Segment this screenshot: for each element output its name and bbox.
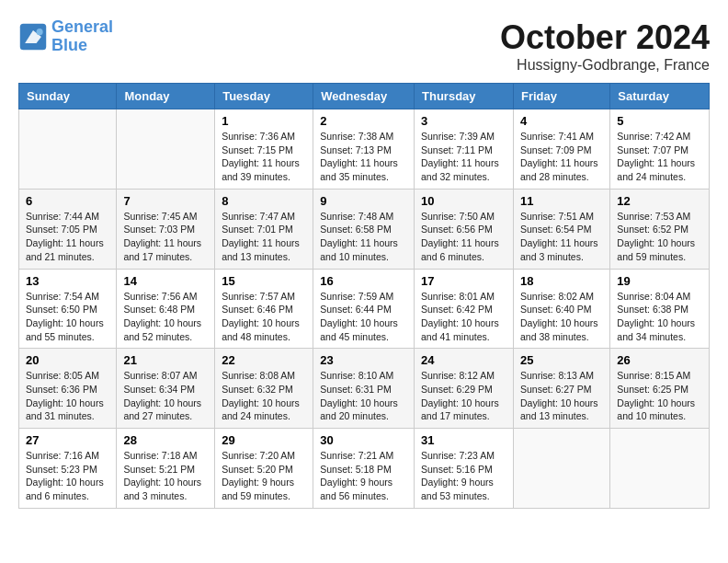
calendar-cell: 22Sunrise: 8:08 AM Sunset: 6:32 PM Dayli…: [215, 349, 313, 429]
calendar-cell: 18Sunrise: 8:02 AM Sunset: 6:40 PM Dayli…: [513, 269, 609, 349]
day-info: Sunrise: 7:59 AM Sunset: 6:44 PM Dayligh…: [320, 290, 407, 344]
day-info: Sunrise: 7:16 AM Sunset: 5:23 PM Dayligh…: [26, 449, 109, 503]
day-info: Sunrise: 8:15 AM Sunset: 6:25 PM Dayligh…: [617, 369, 702, 423]
day-info: Sunrise: 7:36 AM Sunset: 7:15 PM Dayligh…: [222, 130, 306, 184]
calendar-table: SundayMondayTuesdayWednesdayThursdayFrid…: [18, 83, 710, 509]
calendar-cell: 8Sunrise: 7:47 AM Sunset: 7:01 PM Daylig…: [215, 189, 313, 269]
day-info: Sunrise: 7:48 AM Sunset: 6:58 PM Dayligh…: [320, 210, 407, 264]
day-info: Sunrise: 7:50 AM Sunset: 6:56 PM Dayligh…: [421, 210, 506, 264]
calendar-week-5: 27Sunrise: 7:16 AM Sunset: 5:23 PM Dayli…: [19, 429, 710, 509]
day-info: Sunrise: 7:41 AM Sunset: 7:09 PM Dayligh…: [520, 130, 603, 184]
calendar-cell: 13Sunrise: 7:54 AM Sunset: 6:50 PM Dayli…: [19, 269, 117, 349]
calendar-cell: 10Sunrise: 7:50 AM Sunset: 6:56 PM Dayli…: [415, 189, 514, 269]
day-info: Sunrise: 7:47 AM Sunset: 7:01 PM Dayligh…: [222, 210, 306, 264]
calendar-cell: 29Sunrise: 7:20 AM Sunset: 5:20 PM Dayli…: [215, 429, 313, 509]
day-number: 12: [617, 194, 702, 208]
day-info: Sunrise: 8:10 AM Sunset: 6:31 PM Dayligh…: [320, 369, 407, 423]
day-number: 3: [421, 114, 506, 128]
logo-text: General Blue: [51, 18, 113, 55]
day-info: Sunrise: 7:51 AM Sunset: 6:54 PM Dayligh…: [520, 210, 603, 264]
day-number: 7: [123, 194, 208, 208]
day-number: 17: [421, 274, 506, 288]
day-info: Sunrise: 7:18 AM Sunset: 5:21 PM Dayligh…: [123, 449, 208, 503]
calendar-cell: 1Sunrise: 7:36 AM Sunset: 7:15 PM Daylig…: [215, 109, 313, 190]
logo-line1: General: [51, 17, 113, 36]
calendar-week-4: 20Sunrise: 8:05 AM Sunset: 6:36 PM Dayli…: [19, 349, 710, 429]
calendar-cell: 25Sunrise: 8:13 AM Sunset: 6:27 PM Dayli…: [513, 349, 609, 429]
calendar-cell: 31Sunrise: 7:23 AM Sunset: 5:16 PM Dayli…: [415, 429, 514, 509]
day-number: 16: [320, 274, 407, 288]
svg-point-2: [37, 29, 43, 35]
day-number: 14: [123, 274, 208, 288]
title-area: October 2024 Hussigny-Godbrange, France: [500, 18, 710, 74]
weekday-header-tuesday: Tuesday: [215, 84, 313, 109]
day-info: Sunrise: 8:12 AM Sunset: 6:29 PM Dayligh…: [421, 369, 506, 423]
day-number: 13: [26, 274, 109, 288]
weekday-header-saturday: Saturday: [610, 84, 710, 109]
day-info: Sunrise: 7:56 AM Sunset: 6:48 PM Dayligh…: [123, 290, 208, 344]
logo-line2: Blue: [51, 36, 87, 54]
location: Hussigny-Godbrange, France: [500, 57, 710, 74]
day-number: 25: [520, 353, 603, 367]
calendar-cell: 6Sunrise: 7:44 AM Sunset: 7:05 PM Daylig…: [19, 189, 117, 269]
calendar-cell: 21Sunrise: 8:07 AM Sunset: 6:34 PM Dayli…: [117, 349, 215, 429]
logo: General Blue: [18, 18, 113, 55]
day-info: Sunrise: 8:07 AM Sunset: 6:34 PM Dayligh…: [123, 369, 208, 423]
calendar-cell: 2Sunrise: 7:38 AM Sunset: 7:13 PM Daylig…: [313, 109, 415, 190]
day-info: Sunrise: 7:38 AM Sunset: 7:13 PM Dayligh…: [320, 130, 407, 184]
calendar-cell: 3Sunrise: 7:39 AM Sunset: 7:11 PM Daylig…: [415, 109, 514, 190]
weekday-header-thursday: Thursday: [415, 84, 514, 109]
day-info: Sunrise: 7:42 AM Sunset: 7:07 PM Dayligh…: [617, 130, 702, 184]
calendar-cell: 5Sunrise: 7:42 AM Sunset: 7:07 PM Daylig…: [610, 109, 710, 190]
weekday-header-row: SundayMondayTuesdayWednesdayThursdayFrid…: [19, 84, 710, 109]
calendar-cell: 24Sunrise: 8:12 AM Sunset: 6:29 PM Dayli…: [415, 349, 514, 429]
day-info: Sunrise: 7:53 AM Sunset: 6:52 PM Dayligh…: [617, 210, 702, 264]
calendar-cell: 4Sunrise: 7:41 AM Sunset: 7:09 PM Daylig…: [513, 109, 609, 190]
day-number: 22: [222, 353, 306, 367]
calendar-week-2: 6Sunrise: 7:44 AM Sunset: 7:05 PM Daylig…: [19, 189, 710, 269]
calendar-cell: 15Sunrise: 7:57 AM Sunset: 6:46 PM Dayli…: [215, 269, 313, 349]
calendar-cell: 12Sunrise: 7:53 AM Sunset: 6:52 PM Dayli…: [610, 189, 710, 269]
calendar-cell: 26Sunrise: 8:15 AM Sunset: 6:25 PM Dayli…: [610, 349, 710, 429]
day-info: Sunrise: 8:04 AM Sunset: 6:38 PM Dayligh…: [617, 290, 702, 344]
day-number: 4: [520, 114, 603, 128]
day-number: 23: [320, 353, 407, 367]
day-number: 27: [26, 433, 109, 447]
day-number: 24: [421, 353, 506, 367]
day-number: 8: [222, 194, 306, 208]
day-number: 15: [222, 274, 306, 288]
day-info: Sunrise: 7:21 AM Sunset: 5:18 PM Dayligh…: [320, 449, 407, 503]
calendar-cell: 11Sunrise: 7:51 AM Sunset: 6:54 PM Dayli…: [513, 189, 609, 269]
day-number: 21: [123, 353, 208, 367]
calendar-week-1: 1Sunrise: 7:36 AM Sunset: 7:15 PM Daylig…: [19, 109, 710, 190]
calendar-cell: 17Sunrise: 8:01 AM Sunset: 6:42 PM Dayli…: [415, 269, 514, 349]
day-number: 19: [617, 274, 702, 288]
day-number: 10: [421, 194, 506, 208]
day-number: 18: [520, 274, 603, 288]
day-info: Sunrise: 8:13 AM Sunset: 6:27 PM Dayligh…: [520, 369, 603, 423]
calendar-cell: 27Sunrise: 7:16 AM Sunset: 5:23 PM Dayli…: [19, 429, 117, 509]
day-number: 20: [26, 353, 109, 367]
day-number: 5: [617, 114, 702, 128]
day-info: Sunrise: 7:54 AM Sunset: 6:50 PM Dayligh…: [26, 290, 109, 344]
day-info: Sunrise: 7:20 AM Sunset: 5:20 PM Dayligh…: [222, 449, 306, 503]
day-number: 2: [320, 114, 407, 128]
day-number: 11: [520, 194, 603, 208]
calendar-cell: [610, 429, 710, 509]
day-number: 1: [222, 114, 306, 128]
day-info: Sunrise: 7:57 AM Sunset: 6:46 PM Dayligh…: [222, 290, 306, 344]
calendar-cell: 16Sunrise: 7:59 AM Sunset: 6:44 PM Dayli…: [313, 269, 415, 349]
calendar-cell: [513, 429, 609, 509]
day-number: 31: [421, 433, 506, 447]
day-number: 9: [320, 194, 407, 208]
day-number: 29: [222, 433, 306, 447]
weekday-header-monday: Monday: [117, 84, 215, 109]
day-info: Sunrise: 8:08 AM Sunset: 6:32 PM Dayligh…: [222, 369, 306, 423]
day-info: Sunrise: 7:45 AM Sunset: 7:03 PM Dayligh…: [123, 210, 208, 264]
day-number: 26: [617, 353, 702, 367]
calendar-week-3: 13Sunrise: 7:54 AM Sunset: 6:50 PM Dayli…: [19, 269, 710, 349]
day-info: Sunrise: 7:39 AM Sunset: 7:11 PM Dayligh…: [421, 130, 506, 184]
weekday-header-wednesday: Wednesday: [313, 84, 415, 109]
calendar-cell: 20Sunrise: 8:05 AM Sunset: 6:36 PM Dayli…: [19, 349, 117, 429]
day-info: Sunrise: 7:23 AM Sunset: 5:16 PM Dayligh…: [421, 449, 506, 503]
